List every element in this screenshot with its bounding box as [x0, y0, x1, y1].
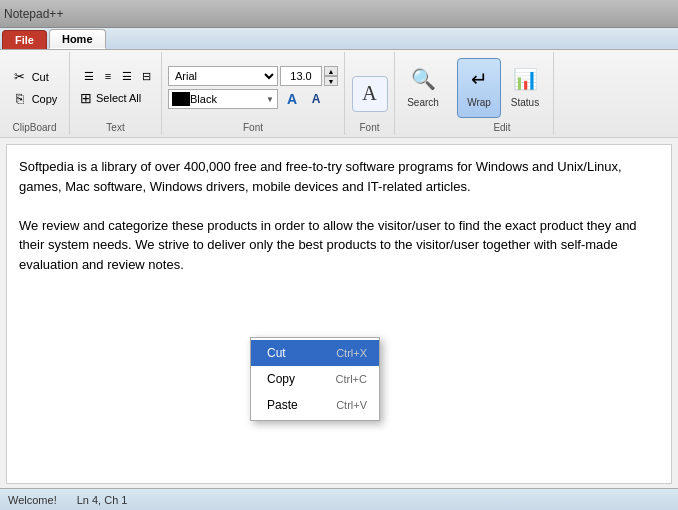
- paragraph-1: Softpedia is a library of over 400,000 f…: [19, 157, 659, 196]
- scissors-icon: ✂: [12, 69, 28, 85]
- status-label: Status: [511, 97, 539, 108]
- search-button[interactable]: 🔍 Search: [401, 58, 445, 118]
- clipboard-label: ClipBoard: [0, 122, 69, 133]
- align-left-button[interactable]: ☰: [80, 67, 98, 85]
- font-size-input[interactable]: [280, 66, 322, 86]
- font-label: Font: [359, 122, 379, 133]
- font-increase-button[interactable]: A: [282, 89, 302, 109]
- color-dropdown-arrow: ▼: [266, 95, 274, 104]
- position-text: Ln 4, Ch 1: [77, 494, 128, 506]
- context-menu-cut[interactable]: Cut Ctrl+X: [251, 340, 379, 366]
- wrap-button[interactable]: ↵ Wrap: [457, 58, 501, 118]
- title-bar: Notepad++: [0, 0, 678, 28]
- wrap-label: Wrap: [467, 97, 491, 108]
- paste-shortcut: Ctrl+V: [336, 397, 367, 414]
- copy-shortcut: Ctrl+C: [336, 371, 367, 388]
- copy-label: Copy: [267, 370, 295, 388]
- copy-icon: ⎘: [12, 91, 28, 107]
- color-text: Black: [190, 93, 266, 105]
- cut-shortcut: Ctrl+X: [336, 345, 367, 362]
- format-group: Arial ▲ ▼ Black ▼ A A Font: [162, 52, 345, 135]
- font-icon-letter: A: [362, 82, 376, 105]
- context-menu-copy[interactable]: Copy Ctrl+C: [251, 366, 379, 392]
- text-align-buttons: ☰ ≡ ☰ ⊟: [80, 67, 155, 85]
- edit-group: ↵ Wrap 📊 Status Edit: [451, 52, 554, 135]
- select-all-icon: ⊞: [80, 90, 92, 106]
- edit-label: Edit: [451, 122, 553, 133]
- select-all-button[interactable]: ⊞ Select All: [76, 88, 145, 108]
- font-group[interactable]: A Font: [345, 52, 395, 135]
- font-size-spinners: ▲ ▼: [324, 66, 338, 86]
- title-label: Notepad++: [4, 7, 63, 21]
- cut-button[interactable]: ✂ Cut: [8, 67, 62, 87]
- tab-bar: File Home: [0, 28, 678, 50]
- font-icon: A: [352, 76, 388, 112]
- search-icon: 🔍: [407, 63, 439, 95]
- wrap-icon: ↵: [463, 63, 495, 95]
- content-area[interactable]: Softpedia is a library of over 400,000 f…: [6, 144, 672, 484]
- welcome-text: Welcome!: [8, 494, 57, 506]
- font-size-up[interactable]: ▲: [324, 66, 338, 76]
- color-swatch: [172, 92, 190, 106]
- font-color-select[interactable]: Black ▼: [168, 89, 278, 109]
- search-label: Search: [407, 97, 439, 108]
- font-color-row: Black ▼ A A: [168, 89, 338, 109]
- align-justify-button[interactable]: ⊟: [137, 67, 155, 85]
- ribbon: ✂ Cut ⎘ Copy ClipBoard ☰ ≡ ☰ ⊟ ⊞: [0, 50, 678, 138]
- copy-button[interactable]: ⎘ Copy: [8, 89, 62, 109]
- font-name-row: Arial ▲ ▼: [168, 66, 338, 86]
- font-decrease-button[interactable]: A: [306, 89, 326, 109]
- align-right-button[interactable]: ☰: [118, 67, 136, 85]
- font-size-down[interactable]: ▼: [324, 76, 338, 86]
- context-menu-paste[interactable]: Paste Ctrl+V: [251, 392, 379, 418]
- status-icon: 📊: [509, 63, 541, 95]
- tab-home[interactable]: Home: [49, 29, 106, 49]
- text-group: ☰ ≡ ☰ ⊟ ⊞ Select All Text: [70, 52, 162, 135]
- status-bar: Welcome! Ln 4, Ch 1: [0, 488, 678, 510]
- format-label: Font: [162, 122, 344, 133]
- paragraph-2: We review and categorize these products …: [19, 216, 659, 275]
- clipboard-group: ✂ Cut ⎘ Copy ClipBoard: [0, 52, 70, 135]
- cut-label: Cut: [267, 344, 286, 362]
- font-name-select[interactable]: Arial: [168, 66, 278, 86]
- context-menu: Cut Ctrl+X Copy Ctrl+C Paste Ctrl+V: [250, 337, 380, 421]
- tab-file[interactable]: File: [2, 30, 47, 49]
- status-button[interactable]: 📊 Status: [503, 58, 547, 118]
- align-center-button[interactable]: ≡: [99, 67, 117, 85]
- text-label: Text: [70, 122, 161, 133]
- paste-label: Paste: [267, 396, 298, 414]
- search-group: 🔍 Search: [395, 52, 451, 135]
